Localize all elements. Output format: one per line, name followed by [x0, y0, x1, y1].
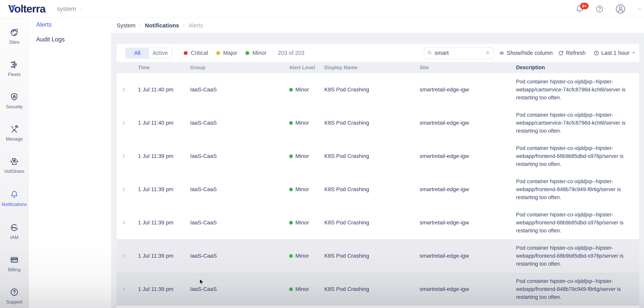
legend-label: Critical [191, 50, 208, 56]
sidebar-item-audit-logs[interactable]: Audit Logs [36, 36, 111, 43]
cell-group: IaaS-CaaS [188, 186, 287, 192]
alert-level-label: Minor [295, 153, 309, 159]
row-expander[interactable] [117, 286, 134, 292]
search-box [424, 47, 493, 59]
tools-icon [10, 125, 19, 134]
tab-all[interactable]: All [126, 48, 149, 58]
cell-time: 1 Jul 11:39 pm [134, 286, 188, 292]
cell-description: Pod container hipster-co-xijddjxp--hipst… [515, 78, 639, 102]
secure-share-icon [10, 157, 19, 167]
notifications-submenu: Alerts Audit Logs [29, 18, 111, 308]
legend-minor: Minor [246, 50, 266, 56]
shield-lock-icon [10, 92, 19, 102]
show-hide-column-button[interactable]: Show/hide column [499, 50, 552, 56]
sidebar-item-security[interactable]: Security [6, 92, 23, 110]
cell-site: smartretail-edge-igw [418, 86, 515, 93]
cell-time: 1 Jul 11:40 pm [134, 86, 188, 93]
row-expander[interactable] [117, 253, 134, 259]
sidebar-item-iam[interactable]: IAM [10, 223, 19, 240]
main-content: System › Notifications › Alerts All Acti… [111, 18, 644, 308]
tenant-selector[interactable]: system [57, 0, 84, 18]
clear-search-icon[interactable] [485, 50, 490, 56]
chevron-down-icon [631, 50, 636, 56]
row-expander[interactable] [117, 87, 134, 92]
sidebar-item-billing[interactable]: Billing [8, 255, 20, 272]
sidebar-item-fleets[interactable]: Fleets [8, 60, 20, 77]
severity-dot-icon [289, 188, 293, 191]
time-range-select[interactable]: Last 1 hour [594, 50, 636, 56]
alert-level-label: Minor [295, 120, 309, 126]
row-expander[interactable] [117, 153, 134, 159]
sidebar-item-label: Billing [8, 267, 20, 272]
severity-dot-icon [289, 121, 293, 125]
breadcrumb: System › Notifications › Alerts [111, 18, 644, 33]
sidebar-item-label: Security [6, 104, 23, 110]
refresh-button[interactable]: Refresh [558, 50, 586, 56]
table-row[interactable]: 1 Jul 11:40 pmIaaS-CaaSMinorK8S Pod Cras… [117, 73, 639, 106]
table-row[interactable]: 1 Jul 11:40 pmIaaS-CaaSMinorK8S Pod Cras… [117, 106, 639, 140]
notifications-bell-button[interactable]: 9+ [575, 4, 584, 14]
alert-level-label: Minor [295, 186, 309, 192]
sidebar-item-support[interactable]: Support [6, 288, 22, 305]
breadcrumb-system[interactable]: System [117, 22, 136, 29]
cell-time: 1 Jul 11:39 pm [134, 186, 188, 192]
refresh-icon [558, 50, 564, 56]
user-avatar-button[interactable] [615, 3, 626, 14]
alerts-panel: All Active CriticalMajorMinor 203 of 203 [117, 44, 639, 308]
cell-alert-level: Minor [287, 186, 323, 192]
sidebar-item-voltshare[interactable]: VoltShare [4, 157, 24, 174]
sidebar-item-notifications[interactable]: Notifications [2, 190, 27, 207]
cell-site: smartretail-edge-igw [418, 186, 515, 192]
table-row[interactable]: 1 Jul 11:39 pmIaaS-CaaSMinorK8S Pod Cras… [117, 239, 639, 272]
search-input[interactable] [434, 50, 483, 56]
columns-icon [499, 50, 504, 56]
row-expander[interactable] [117, 186, 134, 192]
breadcrumb-separator: › [183, 22, 185, 28]
cell-alert-level: Minor [287, 120, 323, 126]
cell-display-name: K8S Pod Crashing [323, 153, 418, 159]
cell-display-name: K8S Pod Crashing [323, 253, 418, 259]
row-expander[interactable] [117, 120, 134, 126]
column-header-description: Description [515, 64, 639, 72]
alert-level-label: Minor [295, 253, 309, 259]
severity-dot-icon [289, 288, 293, 291]
bell-icon [10, 190, 19, 200]
severity-dot-icon [289, 154, 293, 158]
severity-dot-icon [246, 51, 249, 55]
tab-active[interactable]: Active [149, 48, 172, 58]
cell-description: Pod container hipster-co-xijddjxp--hipst… [515, 178, 639, 202]
sidebar-item-manage[interactable]: Manage [6, 125, 23, 142]
sidebar-item-alerts[interactable]: Alerts [36, 21, 111, 28]
help-button[interactable] [595, 5, 604, 14]
cell-display-name: K8S Pod Crashing [323, 120, 418, 126]
column-header-display-name: Display Name [323, 64, 418, 70]
alerts-table: 1 Jul 11:40 pmIaaS-CaaSMinorK8S Pod Cras… [117, 73, 639, 306]
sidebar-item-sites[interactable]: Sites [9, 28, 20, 45]
severity-dot-icon [216, 51, 220, 55]
severity-dot-icon [289, 254, 293, 258]
column-header-site: Site [418, 64, 515, 70]
volterra-logo: Volterra [8, 2, 45, 15]
notification-badge: 9+ [580, 3, 588, 9]
severity-dot-icon [289, 88, 293, 92]
cell-site: smartretail-edge-igw [418, 153, 515, 159]
sidebar-item-label: VoltShare [4, 168, 24, 174]
cell-site: smartretail-edge-igw [418, 253, 515, 259]
question-icon [10, 288, 19, 298]
cell-group: IaaS-CaaS [188, 153, 287, 159]
breadcrumb-notifications[interactable]: Notifications [145, 22, 179, 29]
cell-group: IaaS-CaaS [188, 120, 287, 126]
alert-level-label: Minor [295, 86, 309, 93]
cell-group: IaaS-CaaS [188, 286, 287, 292]
cell-alert-level: Minor [287, 253, 323, 259]
sidebar-item-label: IAM [10, 235, 18, 240]
table-row[interactable]: 1 Jul 11:39 pmIaaS-CaaSMinorK8S Pod Cras… [117, 206, 639, 239]
table-row[interactable]: 1 Jul 11:39 pmIaaS-CaaSMinorK8S Pod Cras… [117, 272, 639, 306]
row-expander[interactable] [117, 220, 134, 226]
table-row[interactable]: 1 Jul 11:39 pmIaaS-CaaSMinorK8S Pod Cras… [117, 173, 639, 206]
severity-dot-icon [184, 51, 188, 55]
table-row[interactable]: 1 Jul 11:39 pmIaaS-CaaSMinorK8S Pod Cras… [117, 140, 639, 173]
primary-nav-rail: SitesFleetsSecurityManageVoltShareNotifi… [0, 18, 29, 308]
globe-icon [10, 28, 19, 38]
tenant-name: system [57, 6, 76, 12]
